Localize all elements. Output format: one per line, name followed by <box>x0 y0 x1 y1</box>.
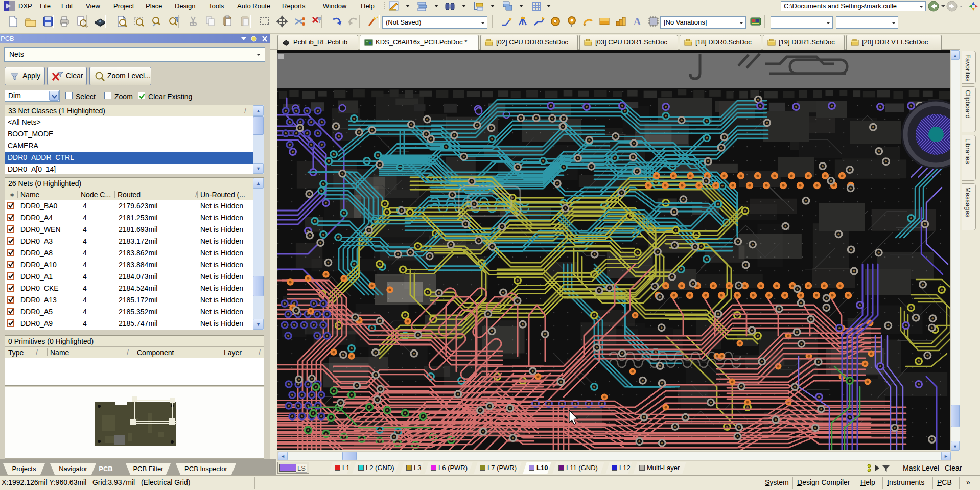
svg-text:A: A <box>634 16 641 27</box>
